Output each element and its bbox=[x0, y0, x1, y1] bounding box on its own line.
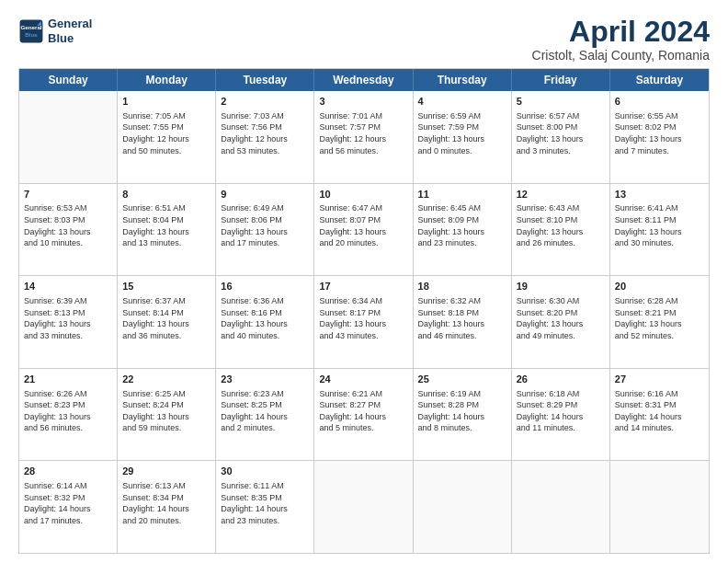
calendar-cell bbox=[512, 461, 610, 553]
cell-text: Sunrise: 6:16 AM Sunset: 8:31 PM Dayligh… bbox=[615, 388, 704, 434]
cell-text: Sunrise: 6:51 AM Sunset: 8:04 PM Dayligh… bbox=[122, 202, 210, 248]
day-number: 30 bbox=[221, 465, 309, 478]
calendar-cell: 20Sunrise: 6:28 AM Sunset: 8:21 PM Dayli… bbox=[610, 276, 709, 368]
logo-text: General Blue bbox=[48, 17, 92, 45]
weekday-header: Thursday bbox=[414, 69, 512, 91]
day-number: 29 bbox=[122, 465, 210, 478]
logo-icon: General Blue bbox=[18, 18, 44, 44]
calendar-cell: 19Sunrise: 6:30 AM Sunset: 8:20 PM Dayli… bbox=[512, 276, 610, 368]
calendar-row: 7Sunrise: 6:53 AM Sunset: 8:03 PM Daylig… bbox=[19, 183, 709, 276]
calendar-cell: 23Sunrise: 6:23 AM Sunset: 8:25 PM Dayli… bbox=[216, 369, 314, 461]
day-number: 8 bbox=[122, 188, 210, 201]
calendar-cell: 1Sunrise: 7:05 AM Sunset: 7:55 PM Daylig… bbox=[118, 91, 216, 183]
cell-text: Sunrise: 6:28 AM Sunset: 8:21 PM Dayligh… bbox=[615, 295, 704, 341]
page: General Blue General Blue April 2024 Cri… bbox=[0, 0, 728, 563]
day-number: 22 bbox=[122, 373, 210, 386]
day-number: 12 bbox=[517, 188, 605, 201]
cell-text: Sunrise: 6:23 AM Sunset: 8:25 PM Dayligh… bbox=[221, 388, 309, 434]
day-number: 26 bbox=[517, 373, 605, 386]
day-number: 7 bbox=[24, 188, 112, 201]
calendar: SundayMondayTuesdayWednesdayThursdayFrid… bbox=[18, 68, 710, 554]
day-number: 19 bbox=[517, 280, 605, 293]
calendar-cell: 18Sunrise: 6:32 AM Sunset: 8:18 PM Dayli… bbox=[414, 276, 512, 368]
day-number: 5 bbox=[517, 95, 605, 109]
day-number: 17 bbox=[319, 280, 407, 293]
calendar-cell: 3Sunrise: 7:01 AM Sunset: 7:57 PM Daylig… bbox=[314, 91, 413, 183]
cell-text: Sunrise: 6:39 AM Sunset: 8:13 PM Dayligh… bbox=[24, 295, 112, 341]
cell-text: Sunrise: 6:26 AM Sunset: 8:23 PM Dayligh… bbox=[24, 388, 112, 434]
calendar-row: 28Sunrise: 6:14 AM Sunset: 8:32 PM Dayli… bbox=[19, 460, 709, 553]
calendar-cell: 24Sunrise: 6:21 AM Sunset: 8:27 PM Dayli… bbox=[314, 369, 413, 461]
day-number: 24 bbox=[319, 373, 407, 386]
title-block: April 2024 Cristolt, Salaj County, Roman… bbox=[532, 17, 710, 63]
cell-text: Sunrise: 6:45 AM Sunset: 8:09 PM Dayligh… bbox=[418, 202, 506, 248]
cell-text: Sunrise: 6:59 AM Sunset: 7:59 PM Dayligh… bbox=[418, 110, 506, 156]
cell-text: Sunrise: 6:36 AM Sunset: 8:16 PM Dayligh… bbox=[221, 295, 309, 341]
day-number: 25 bbox=[418, 373, 506, 386]
cell-text: Sunrise: 6:37 AM Sunset: 8:14 PM Dayligh… bbox=[122, 295, 210, 341]
calendar-cell: 5Sunrise: 6:57 AM Sunset: 8:00 PM Daylig… bbox=[512, 91, 610, 183]
calendar-cell: 4Sunrise: 6:59 AM Sunset: 7:59 PM Daylig… bbox=[414, 91, 512, 183]
day-number: 15 bbox=[122, 280, 210, 293]
calendar-cell: 26Sunrise: 6:18 AM Sunset: 8:29 PM Dayli… bbox=[512, 369, 610, 461]
calendar-cell: 25Sunrise: 6:19 AM Sunset: 8:28 PM Dayli… bbox=[414, 369, 512, 461]
day-number: 21 bbox=[24, 373, 112, 386]
svg-text:Blue: Blue bbox=[25, 31, 38, 38]
cell-text: Sunrise: 6:11 AM Sunset: 8:35 PM Dayligh… bbox=[221, 480, 309, 526]
cell-text: Sunrise: 6:41 AM Sunset: 8:11 PM Dayligh… bbox=[615, 202, 704, 248]
day-number: 23 bbox=[221, 373, 309, 386]
calendar-cell bbox=[19, 91, 118, 183]
location-title: Cristolt, Salaj County, Romania bbox=[532, 48, 710, 63]
header: General Blue General Blue April 2024 Cri… bbox=[18, 17, 710, 63]
day-number: 14 bbox=[24, 280, 112, 293]
day-number: 2 bbox=[221, 95, 309, 109]
calendar-row: 14Sunrise: 6:39 AM Sunset: 8:13 PM Dayli… bbox=[19, 275, 709, 368]
cell-text: Sunrise: 7:03 AM Sunset: 7:56 PM Dayligh… bbox=[221, 110, 309, 156]
cell-text: Sunrise: 6:53 AM Sunset: 8:03 PM Dayligh… bbox=[24, 202, 112, 248]
calendar-cell: 28Sunrise: 6:14 AM Sunset: 8:32 PM Dayli… bbox=[19, 461, 118, 553]
cell-text: Sunrise: 6:55 AM Sunset: 8:02 PM Dayligh… bbox=[615, 110, 704, 156]
cell-text: Sunrise: 6:57 AM Sunset: 8:00 PM Dayligh… bbox=[517, 110, 605, 156]
calendar-cell: 22Sunrise: 6:25 AM Sunset: 8:24 PM Dayli… bbox=[118, 369, 216, 461]
calendar-cell: 14Sunrise: 6:39 AM Sunset: 8:13 PM Dayli… bbox=[19, 276, 118, 368]
calendar-cell: 21Sunrise: 6:26 AM Sunset: 8:23 PM Dayli… bbox=[19, 369, 118, 461]
calendar-cell: 2Sunrise: 7:03 AM Sunset: 7:56 PM Daylig… bbox=[216, 91, 314, 183]
calendar-cell bbox=[610, 461, 709, 553]
cell-text: Sunrise: 6:43 AM Sunset: 8:10 PM Dayligh… bbox=[517, 202, 605, 248]
day-number: 11 bbox=[418, 188, 506, 201]
cell-text: Sunrise: 7:01 AM Sunset: 7:57 PM Dayligh… bbox=[319, 110, 407, 156]
calendar-cell: 7Sunrise: 6:53 AM Sunset: 8:03 PM Daylig… bbox=[19, 184, 118, 276]
calendar-cell: 8Sunrise: 6:51 AM Sunset: 8:04 PM Daylig… bbox=[118, 184, 216, 276]
cell-text: Sunrise: 6:34 AM Sunset: 8:17 PM Dayligh… bbox=[319, 295, 407, 341]
day-number: 16 bbox=[221, 280, 309, 293]
calendar-body: 1Sunrise: 7:05 AM Sunset: 7:55 PM Daylig… bbox=[19, 91, 709, 553]
cell-text: Sunrise: 6:25 AM Sunset: 8:24 PM Dayligh… bbox=[122, 388, 210, 434]
cell-text: Sunrise: 6:13 AM Sunset: 8:34 PM Dayligh… bbox=[122, 480, 210, 526]
calendar-cell: 16Sunrise: 6:36 AM Sunset: 8:16 PM Dayli… bbox=[216, 276, 314, 368]
day-number: 4 bbox=[418, 95, 506, 109]
calendar-row: 1Sunrise: 7:05 AM Sunset: 7:55 PM Daylig… bbox=[19, 91, 709, 183]
weekday-header: Sunday bbox=[19, 69, 118, 91]
day-number: 27 bbox=[615, 373, 704, 386]
calendar-cell: 17Sunrise: 6:34 AM Sunset: 8:17 PM Dayli… bbox=[314, 276, 413, 368]
day-number: 1 bbox=[122, 95, 210, 109]
cell-text: Sunrise: 6:49 AM Sunset: 8:06 PM Dayligh… bbox=[221, 202, 309, 248]
calendar-cell: 6Sunrise: 6:55 AM Sunset: 8:02 PM Daylig… bbox=[610, 91, 709, 183]
calendar-cell bbox=[414, 461, 512, 553]
calendar-cell: 11Sunrise: 6:45 AM Sunset: 8:09 PM Dayli… bbox=[414, 184, 512, 276]
calendar-cell: 13Sunrise: 6:41 AM Sunset: 8:11 PM Dayli… bbox=[610, 184, 709, 276]
calendar-header: SundayMondayTuesdayWednesdayThursdayFrid… bbox=[19, 69, 709, 91]
weekday-header: Tuesday bbox=[216, 69, 314, 91]
cell-text: Sunrise: 7:05 AM Sunset: 7:55 PM Dayligh… bbox=[122, 110, 210, 156]
cell-text: Sunrise: 6:19 AM Sunset: 8:28 PM Dayligh… bbox=[418, 388, 506, 434]
day-number: 28 bbox=[24, 465, 112, 478]
logo: General Blue General Blue bbox=[18, 17, 92, 45]
weekday-header: Monday bbox=[118, 69, 216, 91]
calendar-cell: 10Sunrise: 6:47 AM Sunset: 8:07 PM Dayli… bbox=[314, 184, 413, 276]
cell-text: Sunrise: 6:14 AM Sunset: 8:32 PM Dayligh… bbox=[24, 480, 112, 526]
calendar-cell: 29Sunrise: 6:13 AM Sunset: 8:34 PM Dayli… bbox=[118, 461, 216, 553]
calendar-cell: 12Sunrise: 6:43 AM Sunset: 8:10 PM Dayli… bbox=[512, 184, 610, 276]
calendar-cell bbox=[314, 461, 413, 553]
weekday-header: Friday bbox=[512, 69, 610, 91]
calendar-cell: 9Sunrise: 6:49 AM Sunset: 8:06 PM Daylig… bbox=[216, 184, 314, 276]
